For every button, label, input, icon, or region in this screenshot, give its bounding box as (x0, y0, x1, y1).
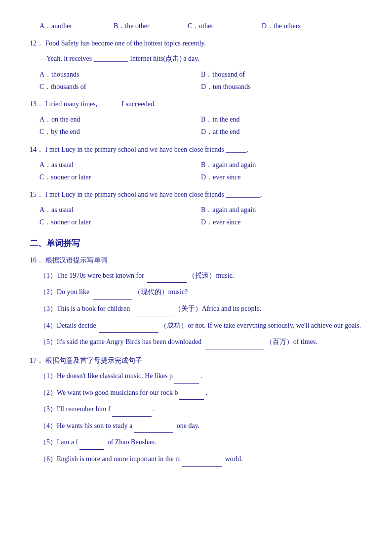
question-14: 14． I met Lucy in the primary school and… (30, 143, 362, 184)
q16-item-4: （4）Details decide （成功）or not. If we take… (39, 319, 362, 333)
q16-instruction: 根据汉语提示写单词 (45, 256, 108, 264)
question-16: 16． 根据汉语提示写单词 （1）The 1970s were best kno… (30, 254, 362, 349)
q17-header: 17． 根据句意及首字母提示完成句子 (30, 354, 362, 367)
question-17: 17． 根据句意及首字母提示完成句子 （1）He doesn't like cl… (30, 354, 362, 467)
blank-17-1 (174, 370, 199, 384)
question-top-options: A．another B．the other C．other D．the othe… (30, 20, 362, 32)
q15-text: 15． I met Lucy in the primary school and… (30, 188, 362, 201)
q13-options: A．on the end B．in the end C．by the end D… (39, 113, 362, 138)
q17-item-3: （3）I'll remember him f . (39, 403, 362, 417)
q13-opt-d: D．at the end (201, 126, 348, 138)
q16-item-2: （2）Do you like （现代的）music? (39, 286, 362, 299)
question-12: 12． Food Safety has become one of the ho… (30, 37, 362, 93)
q15-main: I met Lucy in the primary school and we … (45, 191, 262, 198)
question-13: 13． I tried many times, ______ I succeed… (30, 98, 362, 138)
q15-options: A．as usual B．again and again C．sooner or… (39, 204, 362, 228)
q17-item-1: （1）He doesn't like classical music. He l… (39, 370, 362, 384)
q16-number: 16． (30, 256, 43, 264)
q17-item-4: （4）He wants his son to study a one day. (39, 420, 362, 433)
option-d: D．the others (262, 20, 321, 32)
q14-text: 14． I met Lucy in the primary school and… (30, 143, 362, 156)
q12-number: 12． (30, 40, 43, 47)
blank-16-2 (93, 286, 132, 299)
q14-options: A．as usual B．again and again C．sooner or… (39, 159, 362, 183)
q12-opt-a: A．thousands (39, 68, 186, 81)
blank-16-3 (133, 302, 173, 316)
q12-text: 12． Food Safety has become one of the ho… (30, 37, 362, 49)
q13-text: 13． I tried many times, ______ I succeed… (30, 98, 362, 110)
blank-16-5 (205, 336, 264, 349)
q16-item-5: （5）It's said the game Angry Birds has be… (39, 336, 362, 349)
q14-opt-d: D．ever since (201, 171, 348, 183)
option-b: B．the other (114, 20, 173, 32)
q17-item-6: （6）English is more and more important in… (39, 453, 362, 467)
q12-opt-d: D．ten thousands (201, 81, 348, 93)
q17-item-5: （5）I am a f of Zhao Benshan. (39, 436, 362, 450)
blank-17-2 (179, 386, 204, 400)
q17-instruction: 根据句意及首字母提示完成句子 (45, 357, 142, 364)
section2-header: 二、单词拼写 (30, 238, 362, 249)
q14-main: I met Lucy in the primary school and we … (45, 146, 248, 153)
q15-opt-c: C．sooner or later (39, 216, 186, 228)
q12-opt-b: B．thousand of (201, 68, 348, 81)
q15-opt-a: A．as usual (39, 204, 186, 216)
q16-item-3: （3）This is a book for children （关于）Afric… (39, 302, 362, 316)
q13-main: I tried many times, ______ I succeeded. (45, 100, 156, 108)
blank-16-4 (99, 319, 158, 333)
q13-opt-b: B．in the end (201, 113, 348, 126)
q12-opt-c: C．thousands of (39, 81, 186, 93)
option-a: A．another (39, 20, 99, 32)
blank-17-4 (134, 420, 173, 433)
blank-17-6 (182, 453, 222, 467)
q13-opt-c: C．by the end (39, 126, 186, 138)
q15-opt-d: D．ever since (201, 216, 348, 228)
blank-17-5 (79, 436, 104, 450)
q17-item-2: （2）We want two good musicians for our ro… (39, 386, 362, 400)
q13-opt-a: A．on the end (39, 113, 186, 126)
q16-item-1: （1）The 1970s were best known for （摇滚）mus… (39, 269, 362, 283)
q12-options: A．thousands B．thousand of C．thousands of… (39, 68, 362, 93)
q14-number: 14． (30, 146, 43, 153)
blank-16-1 (147, 269, 187, 283)
option-c: C．other (188, 20, 247, 32)
q14-opt-b: B．again and again (201, 159, 348, 171)
q17-number: 17． (30, 357, 43, 364)
question-15: 15． I met Lucy in the primary school and… (30, 188, 362, 229)
q14-opt-a: A．as usual (39, 159, 186, 171)
q13-number: 13． (30, 100, 43, 108)
q14-opt-c: C．sooner or later (39, 171, 186, 183)
q12-main: Food Safety has become one of the hottes… (45, 40, 206, 47)
q16-header: 16． 根据汉语提示写单词 (30, 254, 362, 266)
q15-opt-b: B．again and again (201, 204, 348, 216)
blank-17-3 (112, 403, 152, 417)
q12-sub: —Yeah, it receives __________ Internet h… (39, 52, 362, 65)
q15-number: 15． (30, 191, 43, 198)
